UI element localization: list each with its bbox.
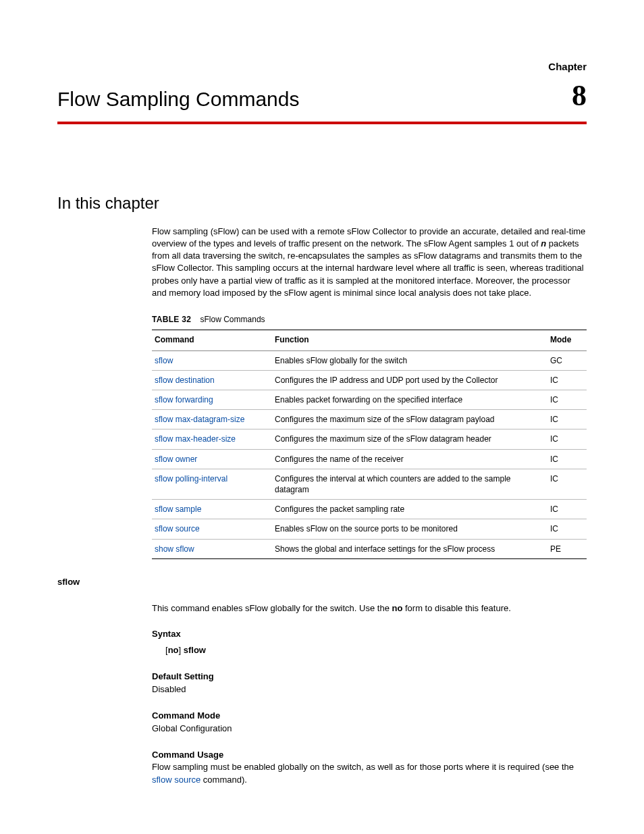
intro-text-n: n [541,238,546,249]
cmd-function: Configures the maximum size of the sFlow… [272,429,547,449]
command-mode-value: Global Configuration [152,723,587,735]
cmd-mode: IC [547,519,587,539]
cmd-mode: PE [547,539,587,558]
table-row: sflow sampleConfigures the packet sampli… [152,500,587,519]
table-row: show sflowShows the global and interface… [152,539,587,558]
table-row: sflow sourceEnables sFlow on the source … [152,519,587,539]
cmd-desc-post: form to disable this feature. [402,603,510,613]
cmd-function: Configures the name of the receiver [272,449,547,469]
cmd-link[interactable]: sflow destination [152,370,272,390]
cmd-mode: IC [547,410,587,429]
table-caption-text: sFlow Commands [200,315,265,324]
cmd-link[interactable]: sflow forwarding [152,390,272,410]
table-caption: TABLE 32 sFlow Commands [152,314,587,325]
intro-paragraph: Flow sampling (sFlow) can be used with a… [152,226,587,299]
cmd-link[interactable]: sflow max-header-size [152,429,272,449]
cmd-mode: IC [547,370,587,390]
usage-post: command). [200,775,247,785]
usage-link[interactable]: sflow source [152,775,200,785]
table-prefix: TABLE 32 [152,315,191,324]
intro-text-pre: Flow sampling (sFlow) can be used with a… [152,226,585,249]
cmd-desc-pre: This command enables sFlow globally for … [152,603,392,613]
table-row: sflowEnables sFlow globally for the swit… [152,350,587,370]
cmd-mode: IC [547,469,587,499]
cmd-link[interactable]: sflow [152,350,272,370]
cmd-mode: GC [547,350,587,370]
chapter-header: Chapter 8 Flow Sampling Commands [57,54,587,122]
cmd-mode: IC [547,500,587,519]
table-row: sflow forwardingEnables packet forwardin… [152,390,587,410]
syntax-line: [no] sflow [165,644,587,657]
cmd-link[interactable]: sflow sample [152,500,272,519]
table-row: sflow ownerConfigures the name of the re… [152,449,587,469]
command-usage-text: Flow sampling must be enabled globally o… [152,761,587,787]
default-setting-label: Default Setting [152,671,587,683]
cmd-link[interactable]: sflow max-datagram-size [152,410,272,429]
cmd-link[interactable]: sflow source [152,519,272,539]
cmd-link[interactable]: show sflow [152,539,272,558]
syntax-cmd: sflow [184,645,206,655]
cmd-link[interactable]: sflow owner [152,449,272,469]
table-row: sflow max-datagram-sizeConfigures the ma… [152,410,587,429]
syntax-label: Syntax [152,628,587,641]
cmd-function: Enables packet forwarding on the specifi… [272,390,547,410]
chapter-title: Flow Sampling Commands [57,84,299,114]
cmd-function: Configures the IP address and UDP port u… [272,370,547,390]
cmd-function: Configures the interval at which counter… [272,469,547,499]
section-title: In this chapter [57,192,587,215]
cmd-function: Enables sFlow on the source ports to be … [272,519,547,539]
command-usage-label: Command Usage [152,749,587,762]
usage-pre: Flow sampling must be enabled globally o… [152,762,574,772]
cmd-function: Shows the global and interface settings … [272,539,547,558]
title-rule [57,122,587,124]
cmd-mode: IC [547,429,587,449]
col-header-command: Command [152,330,272,350]
cmd-function: Enables sFlow globally for the switch [272,350,547,370]
cmd-mode: IC [547,449,587,469]
chapter-label: Chapter [548,59,587,74]
cmd-function: Configures the maximum size of the sFlow… [272,410,547,429]
command-description: This command enables sFlow globally for … [152,602,587,615]
table-row: sflow polling-intervalConfigures the int… [152,469,587,499]
cmd-mode: IC [547,390,587,410]
syntax-rbracket: ] [179,645,184,655]
table-header-row: Command Function Mode [152,330,587,350]
cmd-function: Configures the packet sampling rate [272,500,547,519]
table-row: sflow max-header-sizeConfigures the maxi… [152,429,587,449]
command-mode-label: Command Mode [152,710,587,723]
syntax-no: no [168,645,179,655]
chapter-number: 8 [572,74,587,118]
commands-table: Command Function Mode sflowEnables sFlow… [152,330,587,558]
command-name-heading: sflow [57,576,587,589]
cmd-desc-bold: no [392,603,403,613]
cmd-link[interactable]: sflow polling-interval [152,469,272,499]
col-header-function: Function [272,330,547,350]
table-row: sflow destinationConfigures the IP addre… [152,370,587,390]
default-setting-value: Disabled [152,683,587,696]
col-header-mode: Mode [547,330,587,350]
